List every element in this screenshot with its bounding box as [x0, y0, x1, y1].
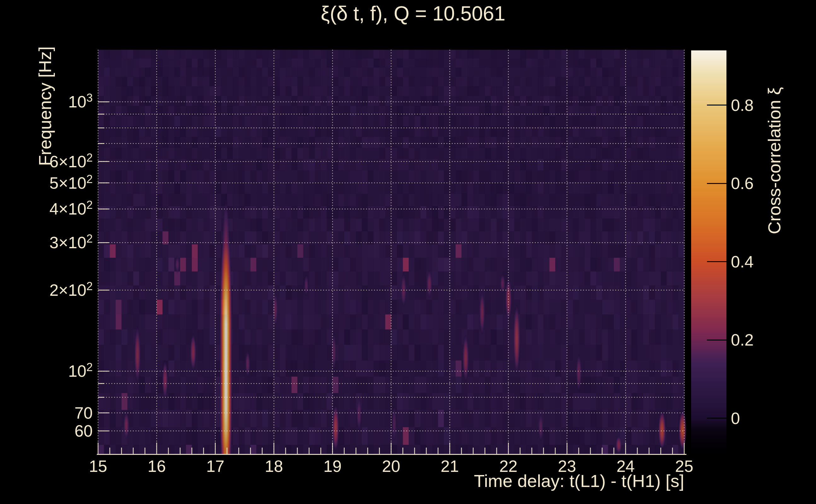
colorbar-tick-mark-0.4 — [707, 261, 727, 262]
colorbar-tick-label-0.6: 0.6 — [731, 174, 754, 193]
y-tick-label-70hz: 70 — [14, 403, 93, 423]
colorbar-tick-mark-0.6 — [707, 183, 727, 184]
x-tick-label-22s: 22 — [499, 457, 517, 476]
x-tick-label-16s: 16 — [147, 457, 166, 476]
page-title: ξ(δ t, f), Q = 10.5061 — [120, 2, 706, 25]
y-tick-label-600hz: 6×102 — [14, 152, 93, 171]
x-tick-label-25s: 25 — [675, 457, 693, 476]
x-tick-label-20s: 20 — [382, 457, 400, 476]
y-tick-label-100hz: 102 — [14, 361, 93, 381]
y-tick-label-500hz: 5×102 — [14, 173, 93, 193]
x-tick-label-24s: 24 — [617, 457, 635, 476]
colorbar-tick-label-0.2: 0.2 — [731, 330, 754, 349]
y-tick-label-200hz: 2×102 — [14, 280, 93, 300]
colorbar-tick-mark-0.8 — [707, 105, 727, 106]
x-tick-label-17s: 17 — [206, 457, 225, 476]
y-tick-label-300hz: 3×102 — [14, 233, 93, 252]
x-tick-label-18s: 18 — [265, 457, 283, 476]
x-tick-label-19s: 19 — [324, 457, 342, 476]
colorbar-tick-label-0.8: 0.8 — [731, 96, 754, 115]
colorbar-tick-label-0: 0 — [731, 409, 740, 428]
y-tick-label-1000hz: 103 — [14, 92, 93, 112]
colorbar-gradient — [691, 50, 727, 450]
x-tick-label-15s: 15 — [89, 457, 107, 476]
y-tick-label-60hz: 60 — [14, 421, 93, 441]
x-tick-label-21s: 21 — [440, 457, 459, 476]
qscan-cross-correlation-figure: ξ(δ t, f), Q = 10.5061 Frequency [Hz] Ti… — [0, 0, 816, 504]
x-tick-label-23s: 23 — [558, 457, 576, 476]
colorbar-tick-label-0.4: 0.4 — [731, 252, 754, 271]
colorbar-title: Cross-correlation ξ — [764, 72, 784, 249]
colorbar-tick-mark-0.2 — [707, 340, 727, 341]
y-tick-label-400hz: 4×102 — [14, 199, 93, 219]
colorbar-tick-mark-0 — [707, 418, 727, 419]
